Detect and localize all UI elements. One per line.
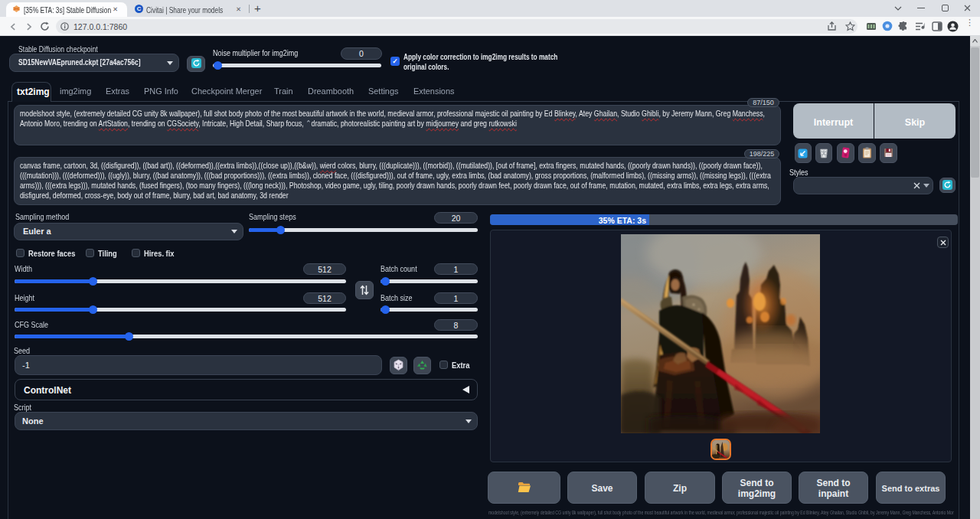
svg-text:C: C [137, 5, 142, 12]
